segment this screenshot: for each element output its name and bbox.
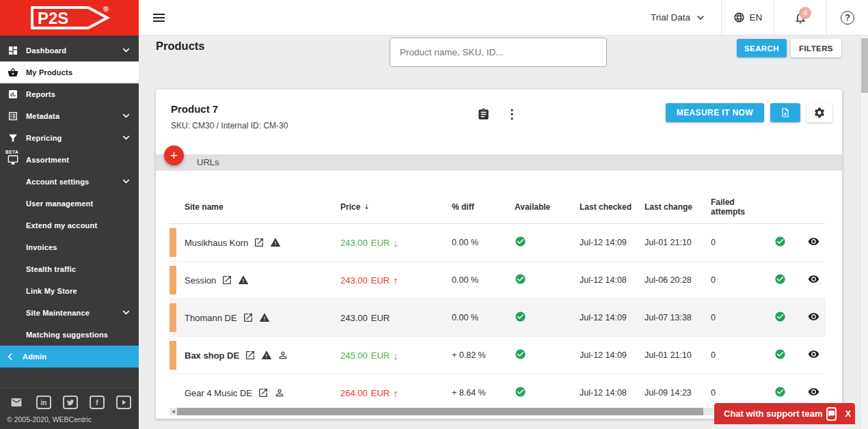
hamburger-menu-icon[interactable] xyxy=(139,0,180,35)
site-name: Gear 4 Music DE xyxy=(185,388,252,398)
status-cell xyxy=(769,311,794,324)
sidebar-item-label: Admin xyxy=(23,352,132,361)
vertical-scrollbar[interactable] xyxy=(860,36,868,429)
view-cell xyxy=(794,273,826,287)
sidebar-item-stealth-traffic[interactable]: Stealth traffic xyxy=(0,258,139,280)
price-trend-up-icon: ↑ xyxy=(393,275,398,286)
price-cell: 243.00EUR xyxy=(335,313,446,323)
open-in-new-icon[interactable] xyxy=(221,275,232,286)
notifications-button[interactable]: 4 xyxy=(774,0,826,35)
status-ok-icon xyxy=(774,348,786,360)
eye-icon[interactable] xyxy=(808,273,819,285)
sidebar-item-repricing[interactable]: Repricing xyxy=(0,127,139,149)
urls-section-header: + URLs xyxy=(156,154,842,171)
add-url-button[interactable]: + xyxy=(164,146,184,165)
diff-cell: + 8.64 % xyxy=(446,388,509,398)
eye-icon[interactable] xyxy=(808,236,819,247)
youtube-icon[interactable] xyxy=(116,396,131,409)
product-sku: SKU: CM30 / Internal ID: CM-30 xyxy=(171,121,288,130)
eye-icon[interactable] xyxy=(808,348,819,360)
open-in-new-icon[interactable] xyxy=(254,237,265,248)
sidebar-item-metadata[interactable]: Metadata xyxy=(0,105,139,127)
clipboard-icon[interactable] xyxy=(477,108,490,123)
sidebar-item-label: User management xyxy=(26,199,132,208)
site-cell: Bax shop DE xyxy=(169,350,335,361)
price-cell: 243.00EUR↑ xyxy=(335,275,446,286)
diff-cell: + 0.82 % xyxy=(446,350,509,360)
failed-attempts-cell: 0 xyxy=(705,313,769,322)
bar-chart-icon xyxy=(7,89,18,100)
settings-button[interactable] xyxy=(806,103,832,122)
status-cell xyxy=(769,386,794,400)
kebab-menu-icon[interactable]: ⋮ xyxy=(506,107,518,122)
scroll-left-arrow-icon[interactable]: ◄ xyxy=(169,409,177,415)
horizontal-scroll-thumb[interactable] xyxy=(177,408,703,415)
filters-button[interactable]: FILTERS xyxy=(791,39,841,57)
language-selector[interactable]: EN xyxy=(721,0,774,35)
open-in-new-icon[interactable] xyxy=(245,350,256,361)
topbar: Trial Data EN 4 ? xyxy=(139,0,868,36)
sidebar-item-extend-my-account[interactable]: Extend my account xyxy=(0,214,139,236)
open-in-new-icon[interactable] xyxy=(243,312,254,323)
open-in-new-icon[interactable] xyxy=(258,387,269,398)
sidebar-item-my-products[interactable]: My Products xyxy=(0,61,139,83)
site-name: Thomann DE xyxy=(185,313,237,323)
sidebar-item-reports[interactable]: Reports xyxy=(0,83,139,105)
sidebar-item-matching-suggestions[interactable]: Matching suggestions xyxy=(0,324,139,346)
available-cell xyxy=(509,386,574,400)
row-accent-bar xyxy=(169,303,176,332)
email-icon[interactable] xyxy=(8,396,25,409)
person-icon[interactable] xyxy=(277,350,288,361)
price-value: 243.00 xyxy=(340,238,368,248)
eye-icon[interactable] xyxy=(808,311,819,322)
linkedin-icon[interactable]: in xyxy=(36,396,51,409)
row-accent-bar xyxy=(169,266,176,294)
warning-icon[interactable] xyxy=(270,237,281,248)
search-input[interactable] xyxy=(390,38,607,67)
excel-file-icon xyxy=(780,107,791,118)
sidebar-item-admin[interactable]: Admin xyxy=(0,346,139,368)
search-button[interactable]: SEARCH xyxy=(737,39,787,57)
p2s-logo-icon: P2S ® xyxy=(27,3,113,32)
eye-icon[interactable] xyxy=(808,386,819,398)
price-trend-up-icon: ↑ xyxy=(393,387,398,399)
sidebar-item-label: Reports xyxy=(26,90,132,98)
beta-badge: BETA xyxy=(5,150,18,154)
sidebar-item-account-settings[interactable]: Account settings xyxy=(0,171,139,193)
view-cell xyxy=(794,236,826,249)
column-header-failed-attempts: Failed attempts xyxy=(705,197,769,217)
twitter-icon[interactable] xyxy=(63,396,78,409)
warning-icon[interactable] xyxy=(261,350,272,361)
help-button[interactable]: ? xyxy=(826,0,868,35)
sidebar-item-label: Link My Store xyxy=(26,287,132,295)
sidebar-item-assortment[interactable]: BETAAssortment xyxy=(0,149,139,171)
sidebar-item-dashboard[interactable]: Dashboard xyxy=(0,40,139,61)
measure-it-now-button[interactable]: MEASURE IT NOW xyxy=(666,103,764,122)
sidebar-item-invoices[interactable]: Invoices xyxy=(0,236,139,258)
last-checked-cell: Jul-12 14:09 xyxy=(574,238,639,247)
chat-close-button[interactable]: X xyxy=(842,409,854,419)
row-accent-bar xyxy=(169,228,176,257)
sidebar-item-site-maintenance[interactable]: Site Maintenance xyxy=(0,302,139,324)
warning-icon[interactable] xyxy=(259,312,270,323)
price-cell: 264.00EUR↑ xyxy=(335,387,446,399)
export-excel-button[interactable] xyxy=(770,103,800,122)
gear-icon xyxy=(813,107,826,119)
sidebar-item-user-management[interactable]: User management xyxy=(0,193,139,214)
facebook-icon[interactable]: f xyxy=(90,396,105,409)
person-icon[interactable] xyxy=(274,387,285,398)
column-header-price[interactable]: Price xyxy=(335,202,446,212)
diff-cell: 0.00 % xyxy=(446,275,509,285)
urls-section-title: URLs xyxy=(197,154,219,171)
account-selector[interactable]: Trial Data xyxy=(644,0,721,35)
sidebar-item-link-my-store[interactable]: Link My Store xyxy=(0,280,139,302)
vertical-scroll-thumb[interactable] xyxy=(861,38,868,93)
sidebar-item-label: Site Maintenance xyxy=(26,309,121,317)
warning-icon[interactable] xyxy=(238,275,249,286)
price-cell: 245.00EUR↓ xyxy=(335,350,446,361)
chat-with-support-bar[interactable]: Chat with support team X xyxy=(714,403,855,424)
table-row: Thomann DE243.00EUR0.00 %Jul-12 14:09Jul… xyxy=(169,299,826,337)
site-cell: Thomann DE xyxy=(169,312,335,323)
currency-label: EUR xyxy=(371,388,390,398)
brand-logo[interactable]: P2S ® xyxy=(0,0,139,36)
